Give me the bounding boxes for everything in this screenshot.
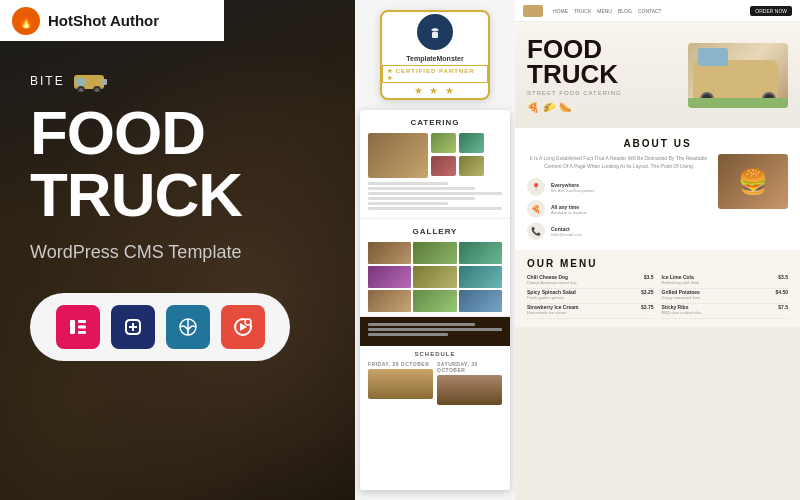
brand-name: HotShot Author [48,12,159,29]
pizza-icon: 🍕 [527,102,539,113]
menu-col-left: Chili Cheese Dog Classic American street… [527,274,654,319]
text-line [368,207,502,210]
tm-logo [417,14,453,50]
about-left: It Is A Long Established Fact That A Rea… [527,154,710,240]
svg-point-7 [95,88,99,92]
tm-certified: ★ CERTIFIED PARTNER ★ [382,65,488,83]
rp-nav-home: HOME [553,8,568,14]
gallery-header: GALLERY [368,227,502,236]
catering-main-img [368,133,428,178]
menu-price-5: $4.50 [775,289,788,295]
catering-side-imgs [431,133,456,178]
menu-price-4: $3.5 [778,274,788,280]
unlimited-elements-icon [111,305,155,349]
catering-text [368,182,502,210]
schedule-bar-2 [437,375,502,405]
menu-item-6: Sticky Ribs BBQ slow cooked ribs [662,304,701,315]
right-panel: HOME TRUCK MENU BLOG CONTACT ORDER NOW F… [515,0,800,500]
menu-item-4: Ice Lime Cola Refreshing cold drink [662,274,700,285]
menu-row-6: Sticky Ribs BBQ slow cooked ribs $7.5 [662,304,789,319]
menu-desc-2: Fresh garden greens [527,295,576,300]
elementor-icon [56,305,100,349]
menu-items: Chili Cheese Dog Classic American street… [527,274,788,319]
rp-hero: FOOD TRUCK STREET FOOD CATERING 🍕 🌮 🌭 [515,22,800,128]
dark-cta-section [360,317,510,346]
feature-sub-3: hello@email.com [551,232,582,237]
text-line [368,182,448,185]
svg-rect-3 [76,78,86,86]
rp-features: 📍 Everywhere We Are Just Everywhere 🍕 Al… [527,178,710,240]
topbar: 🔥 HotShot Author [0,0,224,41]
bite-text: BITE [30,74,65,88]
rp-hero-text: FOOD TRUCK STREET FOOD CATERING 🍕 🌮 🌭 [527,37,680,113]
plugin-icons-row [30,293,290,361]
svg-text:🔥: 🔥 [18,13,35,30]
rp-menu: OUR MENU Chili Cheese Dog Classic Americ… [515,250,800,327]
hotshot-logo-icon: 🔥 [12,7,40,35]
text-line [368,187,475,190]
menu-price-6: $7.5 [778,304,788,310]
schedule-dates: FRIDAY, 29 OCTOBER SATURDAY, 30 OCTOBER [368,361,502,405]
menu-col-right: Ice Lime Cola Refreshing cold drink $3.5… [662,274,789,319]
schedule-label-1: FRIDAY, 29 OCTOBER [368,361,433,367]
menu-price-2: $3.25 [641,289,654,295]
menu-price-3: $3.75 [641,304,654,310]
taco-icon: 🌮 [543,102,555,113]
text-line [368,202,448,205]
truck-window [698,48,728,66]
templatemonster-badge: TemplateMonster ★ CERTIFIED PARTNER ★ ★ … [380,10,490,100]
feature-everywhere: 📍 Everywhere We Are Just Everywhere [527,178,710,196]
svg-rect-11 [78,326,86,329]
about-title: ABOUT US [527,138,788,149]
feature-text-3: Contact hello@email.com [551,226,582,237]
title-line1: FOOD [30,98,205,167]
middle-panel: TemplateMonster ★ CERTIFIED PARTNER ★ ★ … [355,0,515,500]
gallery-cell [413,242,456,264]
page-preview: CATERING [360,110,510,490]
menu-cols-header: Chili Cheese Dog Classic American street… [527,274,788,319]
menu-row-4: Ice Lime Cola Refreshing cold drink $3.5 [662,274,789,289]
subtitle: WordPress CMS Template [30,242,325,263]
svg-rect-8 [101,79,107,85]
menu-row-5: Grilled Potatoes Crispy seasoned fries $… [662,289,789,304]
menu-row-2: Spicy Spinach Salad Fresh garden greens … [527,289,654,304]
catering-images [368,133,502,178]
hot-dog-icon: 🌭 [559,102,571,113]
gallery-cell [459,266,502,288]
svg-rect-18 [432,32,438,38]
menu-desc-6: BBQ slow cooked ribs [662,310,701,315]
tm-stars: ★ ★ ★ [414,85,457,96]
menu-item-5: Grilled Potatoes Crispy seasoned fries [662,289,700,300]
text-line [368,197,475,200]
gallery-cell [413,266,456,288]
schedule-col-2: SATURDAY, 30 OCTOBER [437,361,502,405]
svg-rect-9 [70,320,75,334]
rp-nav-logo [523,5,543,17]
menu-desc-1: Classic American street dog [527,280,577,285]
menu-row-1: Chili Cheese Dog Classic American street… [527,274,654,289]
food-icons-row: 🍕 🌮 🌭 [527,102,680,113]
about-text: It Is A Long Established Fact That A Rea… [527,154,710,170]
menu-price-1: $3.5 [644,274,654,280]
tm-text: TemplateMonster [406,54,463,63]
about-inner: It Is A Long Established Fact That A Rea… [527,154,788,240]
feature-contact: 📞 Contact hello@email.com [527,222,710,240]
left-panel: BITE FOOD TRUCK WordPress CMS Template [0,0,355,500]
svg-point-16 [245,319,251,325]
menu-row-3: Strawberry Ice Cream Homemade ice cream … [527,304,654,319]
revolution-slider-icon [221,305,265,349]
svg-point-5 [79,88,83,92]
schedule-header: SCHEDULE [368,351,502,357]
feature-text-1: Everywhere We Are Just Everywhere [551,182,595,193]
gallery-grid [368,242,502,312]
menu-desc-5: Crispy seasoned fries [662,295,700,300]
menu-desc-4: Refreshing cold drink [662,280,700,285]
schedule-label-2: SATURDAY, 30 OCTOBER [437,361,502,373]
menu-item-3: Strawberry Ice Cream Homemade ice cream [527,304,578,315]
feature-sub-2: Available at anytime [551,210,587,215]
gallery-cell [368,266,411,288]
rp-order-btn: ORDER NOW [750,6,792,16]
title-line2: TRUCK [30,160,242,229]
menu-desc-3: Homemade ice cream [527,310,578,315]
svg-rect-10 [78,320,86,323]
